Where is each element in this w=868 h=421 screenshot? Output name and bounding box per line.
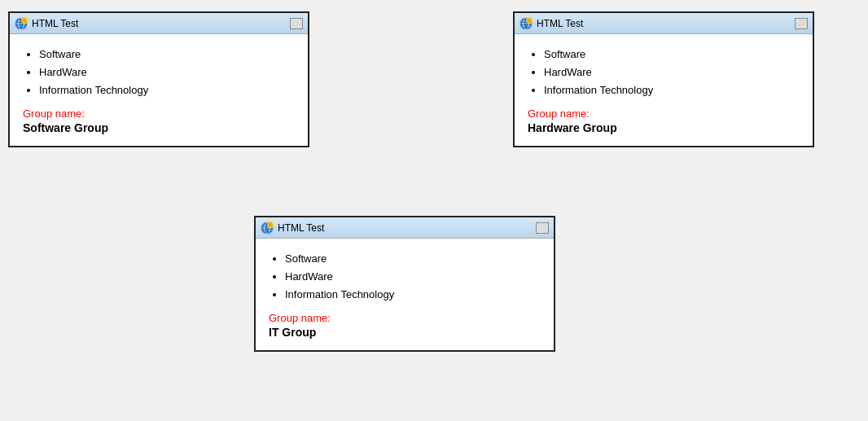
list-item: Information Technology <box>544 81 800 99</box>
list-item: HardWare <box>39 64 295 81</box>
group-name-3: IT Group <box>269 326 541 339</box>
title-bar-1: HTML Test <box>10 13 308 34</box>
list-item: Information Technology <box>39 81 295 99</box>
group-label-1: Group name: <box>23 107 295 120</box>
ie-icon-3 <box>261 221 274 235</box>
title-text-2: HTML Test <box>537 18 791 29</box>
close-button-2[interactable] <box>795 18 808 29</box>
svg-point-20 <box>269 222 273 226</box>
title-bar-3: HTML Test <box>256 217 554 239</box>
browser-window-2: HTML Test Software HardWare Information … <box>513 11 814 147</box>
group-name-2: Hardware Group <box>528 121 800 134</box>
close-button-1[interactable] <box>290 18 303 29</box>
ie-icon-2 <box>519 17 533 30</box>
browser-body-1: Software HardWare Information Technology… <box>10 34 308 146</box>
list-1: Software HardWare Information Technology <box>39 46 295 99</box>
browser-body-3: Software HardWare Information Technology… <box>256 239 554 350</box>
list-item: Software <box>39 46 295 64</box>
svg-point-6 <box>23 18 27 22</box>
list-3: Software HardWare Information Technology <box>285 250 541 304</box>
list-item: Software <box>544 46 800 64</box>
group-name-1: Software Group <box>23 121 295 134</box>
list-item: HardWare <box>285 268 541 286</box>
browser-window-1: HTML Test Software HardWare Information … <box>8 11 309 147</box>
close-button-3[interactable] <box>536 222 549 234</box>
ie-icon-1 <box>15 17 28 30</box>
browser-body-2: Software HardWare Information Technology… <box>515 34 813 146</box>
group-label-3: Group name: <box>269 312 541 324</box>
list-item: Information Technology <box>285 286 541 304</box>
title-bar-2: HTML Test <box>515 13 813 34</box>
list-item: HardWare <box>544 64 800 81</box>
list-item: Software <box>285 250 541 268</box>
browser-window-3: HTML Test Software HardWare Information … <box>254 216 555 352</box>
title-text-1: HTML Test <box>32 18 286 29</box>
svg-point-13 <box>528 18 532 22</box>
title-text-3: HTML Test <box>278 222 532 234</box>
group-label-2: Group name: <box>528 107 800 120</box>
list-2: Software HardWare Information Technology <box>544 46 800 99</box>
